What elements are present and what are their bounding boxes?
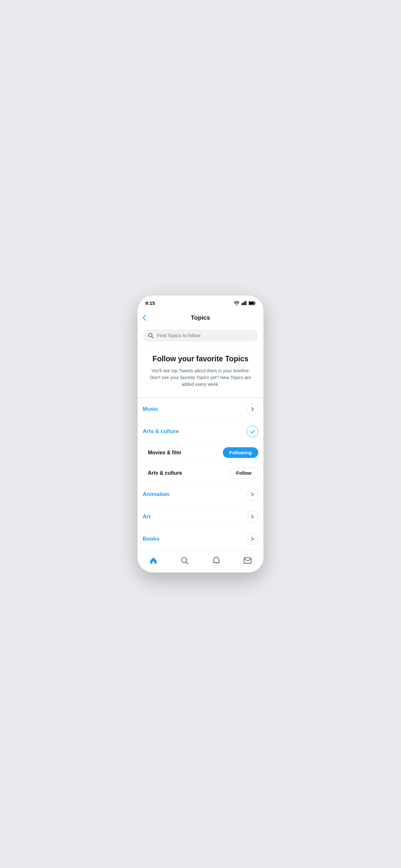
nav-notifications[interactable] xyxy=(206,554,227,567)
home-icon xyxy=(149,556,158,565)
bell-icon xyxy=(212,556,220,565)
expand-music-button[interactable] xyxy=(247,403,258,415)
svg-line-9 xyxy=(186,562,189,564)
follow-button-arts[interactable]: Follow xyxy=(229,467,258,478)
category-row-art[interactable]: Art xyxy=(137,506,264,528)
nav-search[interactable] xyxy=(174,554,195,567)
expand-art-button[interactable] xyxy=(247,511,258,523)
app-header: Topics xyxy=(137,310,264,326)
search-nav-icon xyxy=(181,556,189,565)
battery-icon xyxy=(249,301,256,305)
hero-section: Follow your favorite Topics You'll see t… xyxy=(137,345,264,395)
category-row-animation[interactable]: Animation xyxy=(137,484,264,506)
category-label-art: Art xyxy=(143,514,151,520)
status-time: 9:15 xyxy=(145,300,155,306)
svg-line-7 xyxy=(152,336,153,338)
svg-rect-0 xyxy=(242,303,243,305)
wifi-icon xyxy=(234,301,240,305)
svg-rect-1 xyxy=(243,302,244,305)
search-input[interactable] xyxy=(157,333,253,338)
search-bar-container xyxy=(137,326,264,345)
mail-icon xyxy=(243,556,252,565)
category-row-arts[interactable]: Arts & culture xyxy=(137,421,264,443)
search-icon xyxy=(148,333,154,338)
subtopic-label-movies: Movies & film xyxy=(148,450,181,456)
page-title: Topics xyxy=(191,314,210,321)
topics-list: Music Arts & culture Movies & film xyxy=(137,398,264,550)
category-label-books: Books xyxy=(143,536,159,542)
status-icons xyxy=(234,301,256,305)
signal-icon xyxy=(242,301,247,305)
hero-title: Follow your favorite Topics xyxy=(145,354,256,364)
bottom-nav xyxy=(137,550,264,572)
nav-home[interactable] xyxy=(143,554,164,567)
svg-rect-2 xyxy=(244,302,245,305)
expand-books-button[interactable] xyxy=(247,533,258,545)
subtopic-label-arts: Arts & culture xyxy=(148,470,182,476)
category-label-animation: Animation xyxy=(143,491,169,498)
category-row-books[interactable]: Books xyxy=(137,528,264,550)
category-label-music: Music xyxy=(143,406,158,412)
svg-rect-5 xyxy=(249,302,254,304)
status-bar: 9:15 xyxy=(137,296,264,310)
phone-shell: 9:15 xyxy=(137,296,264,573)
category-row-music[interactable]: Music xyxy=(137,398,264,421)
expand-animation-button[interactable] xyxy=(247,489,258,500)
category-label-arts: Arts & culture xyxy=(143,428,179,435)
screen: Topics Follow your favorite Topics You'l… xyxy=(137,310,264,573)
nav-messages[interactable] xyxy=(237,554,258,567)
subtopic-row-movies: Movies & film Following xyxy=(137,443,264,463)
svg-rect-3 xyxy=(245,301,246,305)
hero-subtitle: You'll see top Tweets about them in your… xyxy=(145,368,256,388)
collapse-arts-button[interactable] xyxy=(247,426,258,437)
following-button-movies[interactable]: Following xyxy=(223,447,258,458)
back-button[interactable] xyxy=(143,315,146,321)
search-bar[interactable] xyxy=(143,330,258,342)
subtopic-row-arts: Arts & culture Follow xyxy=(137,463,264,484)
